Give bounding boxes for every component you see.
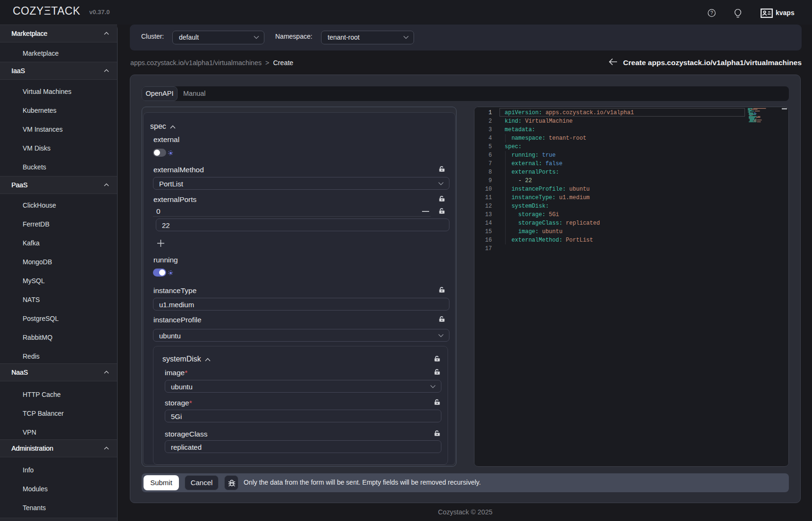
svg-text:?: ? xyxy=(710,10,713,16)
